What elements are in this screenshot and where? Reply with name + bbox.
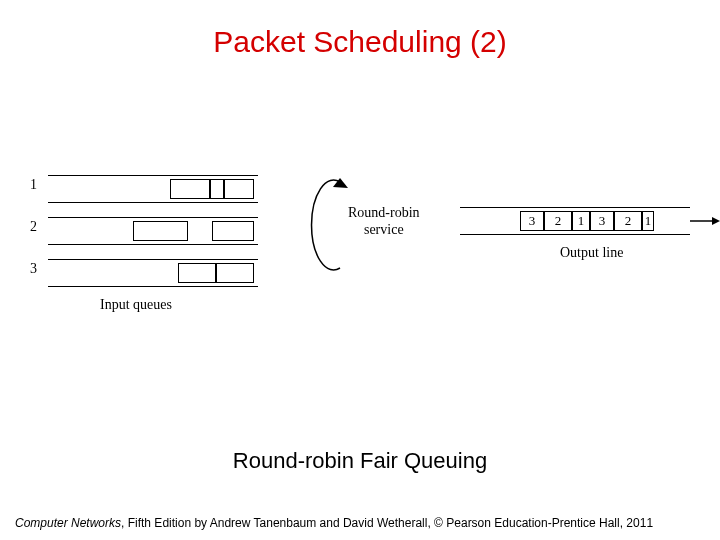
packet [170,179,210,199]
packet [210,179,224,199]
input-queues-label: Input queues [100,297,172,313]
output-arrow-icon [690,215,720,227]
packet [224,179,254,199]
rr-label-line2: service [364,222,404,237]
output-line: 3 2 1 3 2 1 [460,207,690,235]
queue-number-2: 2 [30,219,37,235]
slide-caption: Round-robin Fair Queuing [0,448,720,474]
output-cell: 1 [642,211,654,231]
output-cell: 3 [520,211,544,231]
packet [216,263,254,283]
output-cell: 1 [572,211,590,231]
output-cell: 2 [544,211,572,231]
footer-citation: Computer Networks, Fifth Edition by Andr… [15,516,653,530]
queue-line-2 [48,217,258,245]
rr-label-line1: Round-robin [348,205,420,220]
queue-number-3: 3 [30,261,37,277]
slide-title: Packet Scheduling (2) [0,25,720,59]
svg-marker-2 [712,217,720,225]
queue-line-3 [48,259,258,287]
queue-line-1 [48,175,258,203]
output-cell: 2 [614,211,642,231]
round-robin-label: Round-robin service [348,205,420,239]
output-line-label: Output line [560,245,623,261]
footer-book-title: Computer Networks [15,516,121,530]
output-cell: 3 [590,211,614,231]
packet [212,221,254,241]
footer-rest: , Fifth Edition by Andrew Tanenbaum and … [121,516,653,530]
packet [178,263,216,283]
queue-number-1: 1 [30,177,37,193]
diagram-area: 1 2 3 Input queues Round-robin service 3 [30,175,690,345]
packet [133,221,188,241]
